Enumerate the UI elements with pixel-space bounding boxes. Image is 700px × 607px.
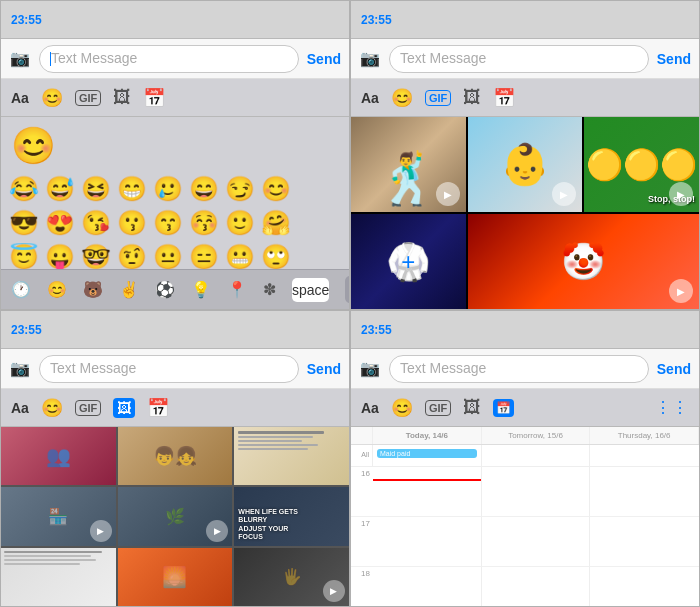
emoji-icon-4[interactable]: 😊 <box>391 397 413 419</box>
gif-elmo[interactable]: 🤡 ▶ <box>468 214 699 309</box>
emoji-icon-2[interactable]: 😊 <box>391 87 413 109</box>
emoji-😆[interactable]: 😆 <box>81 175 111 203</box>
message-input-2[interactable]: Text Message <box>389 45 649 73</box>
camera-icon-1[interactable]: 📷 <box>9 50 31 68</box>
maid-paid-event[interactable]: Maid paid <box>377 449 477 458</box>
objects-icon[interactable]: 💡 <box>191 280 211 299</box>
photo-4-market[interactable]: 🏪 ▶ <box>1 487 116 545</box>
message-input-4[interactable]: Text Message <box>389 355 649 383</box>
emoji-big[interactable]: 😊 <box>11 125 343 167</box>
photo-2-kids[interactable]: 👦👧 <box>118 427 233 485</box>
cal-cell-thursday-17[interactable] <box>590 517 699 567</box>
gif-dancing-man[interactable]: 🕺 ▶ <box>351 117 466 212</box>
emoji-😇[interactable]: 😇 <box>9 243 39 269</box>
kb-toolbar-2: Aa 😊 GIF 🖼 📅 <box>351 79 699 117</box>
input-bar-2: 📷 Text Message Send <box>351 39 699 79</box>
gif-icon-1[interactable]: GIF <box>75 90 101 106</box>
photo-play-2[interactable]: ▶ <box>206 520 228 542</box>
kb-toolbar-1: Aa 😊 GIF 🖼 📅 <box>1 79 349 117</box>
emoji-🤓[interactable]: 🤓 <box>81 243 111 269</box>
cal-cell-tomorrow-18[interactable] <box>482 567 591 606</box>
gif-simpsons[interactable]: 🟡🟡🟡 Stop, stop! ▶ <box>584 117 699 212</box>
emoji-🤗[interactable]: 🤗 <box>261 209 291 237</box>
photo-5-outdoor[interactable]: 🌿 ▶ <box>118 487 233 545</box>
photo-play-1[interactable]: ▶ <box>90 520 112 542</box>
photo-play-3[interactable]: ▶ <box>323 580 345 602</box>
cal-cell-thursday-16[interactable] <box>590 467 699 517</box>
message-input-3[interactable]: Text Message <box>39 355 299 383</box>
photo-3-news[interactable] <box>234 427 349 485</box>
animal-icon[interactable]: 🐻 <box>83 280 103 299</box>
symbols-icon[interactable]: ✽ <box>263 280 276 299</box>
emoji-🙄[interactable]: 🙄 <box>261 243 291 269</box>
emoji-😚[interactable]: 😚 <box>189 209 219 237</box>
gif-icon-4[interactable]: GIF <box>425 400 451 416</box>
photo-6-inspirational[interactable]: WHEN LIFE GETSBLURRYADJUST YOURFOCUS <box>234 487 349 545</box>
photo-7-list[interactable] <box>1 548 116 606</box>
cal-icon-4[interactable]: 📅 <box>493 399 514 417</box>
pin-icon[interactable]: 📍 <box>227 280 247 299</box>
photo-icon-2[interactable]: 🖼 <box>463 87 481 108</box>
gesture-icon[interactable]: ✌️ <box>119 280 139 299</box>
camera-icon-3[interactable]: 📷 <box>9 360 31 378</box>
emoji-😅[interactable]: 😅 <box>45 175 75 203</box>
send-button-2[interactable]: Send <box>657 51 691 67</box>
space-key[interactable]: space <box>292 278 329 302</box>
emoji-🙂[interactable]: 🙂 <box>225 209 255 237</box>
cal-icon-1[interactable]: 📅 <box>143 87 165 109</box>
photo-icon-4[interactable]: 🖼 <box>463 397 481 418</box>
sports-icon[interactable]: ⚽ <box>155 280 175 299</box>
cal-cell-thursday-18[interactable] <box>590 567 699 606</box>
cal-cell-today-16[interactable] <box>373 467 482 517</box>
photo-1-people[interactable]: 👥 <box>1 427 116 485</box>
emoji-😎[interactable]: 😎 <box>9 209 39 237</box>
photo-9-dark[interactable]: 🖐 ▶ <box>234 548 349 606</box>
emoji-bottom-smiley[interactable]: 😊 <box>47 280 67 299</box>
gif-play-5[interactable]: ▶ <box>669 279 693 303</box>
emoji-😙[interactable]: 😙 <box>153 209 183 237</box>
gif-play-3[interactable]: ▶ <box>669 182 693 206</box>
aa-label-1: Aa <box>11 90 29 106</box>
emoji-😐[interactable]: 😐 <box>153 243 183 269</box>
gif-add-button[interactable]: + <box>390 244 426 280</box>
photo-icon-3[interactable]: 🖼 <box>113 398 135 418</box>
all-day-col-1[interactable]: Maid paid <box>373 445 482 466</box>
camera-icon-4[interactable]: 📷 <box>359 360 381 378</box>
gif-play-1[interactable]: ▶ <box>436 182 460 206</box>
gif-grid: 🕺 ▶ 👶 ▶ 🟡🟡🟡 Stop, stop! ▶ 🥋 + 🤡 ▶ <box>351 117 699 309</box>
message-input-1[interactable]: Text Message <box>39 45 299 73</box>
send-button-3[interactable]: Send <box>307 361 341 377</box>
emoji-icon-3[interactable]: 😊 <box>41 397 63 419</box>
gif-icon-3[interactable]: GIF <box>75 400 101 416</box>
emoji-🥲[interactable]: 🥲 <box>153 175 183 203</box>
emoji-😛[interactable]: 😛 <box>45 243 75 269</box>
emoji-😊2[interactable]: 😊 <box>261 175 291 203</box>
gif-baby[interactable]: 👶 ▶ <box>468 117 583 212</box>
camera-icon-2[interactable]: 📷 <box>359 50 381 68</box>
emoji-😗[interactable]: 😗 <box>117 209 147 237</box>
cal-cell-tomorrow-16[interactable] <box>482 467 591 517</box>
cal-cell-today-18[interactable] <box>373 567 482 606</box>
emoji-😁[interactable]: 😁 <box>117 175 147 203</box>
photo-icon-1[interactable]: 🖼 <box>113 87 131 108</box>
emoji-😬[interactable]: 😬 <box>225 243 255 269</box>
emoji-😑[interactable]: 😑 <box>189 243 219 269</box>
gif-martial-arts[interactable]: 🥋 + <box>351 214 466 309</box>
cal-cell-tomorrow-17[interactable] <box>482 517 591 567</box>
emoji-🤨[interactable]: 🤨 <box>117 243 147 269</box>
emoji-😘[interactable]: 😘 <box>81 209 111 237</box>
send-button-4[interactable]: Send <box>657 361 691 377</box>
emoji-😂[interactable]: 😂 <box>9 175 39 203</box>
emoji-😏[interactable]: 😏 <box>225 175 255 203</box>
emoji-😍[interactable]: 😍 <box>45 209 75 237</box>
grid-view-icon[interactable]: ⋮⋮ <box>655 398 689 417</box>
gif-icon-2[interactable]: GIF <box>425 90 451 106</box>
cal-icon-2[interactable]: 📅 <box>493 87 515 109</box>
clock-icon[interactable]: 🕐 <box>11 280 31 299</box>
emoji-icon-1[interactable]: 😊 <box>41 87 63 109</box>
photo-8-abstract[interactable]: 🌅 <box>118 548 233 606</box>
cal-icon-3[interactable]: 📅 <box>147 397 169 419</box>
send-button-1[interactable]: Send <box>307 51 341 67</box>
cal-cell-today-17[interactable] <box>373 517 482 567</box>
emoji-😄[interactable]: 😄 <box>189 175 219 203</box>
